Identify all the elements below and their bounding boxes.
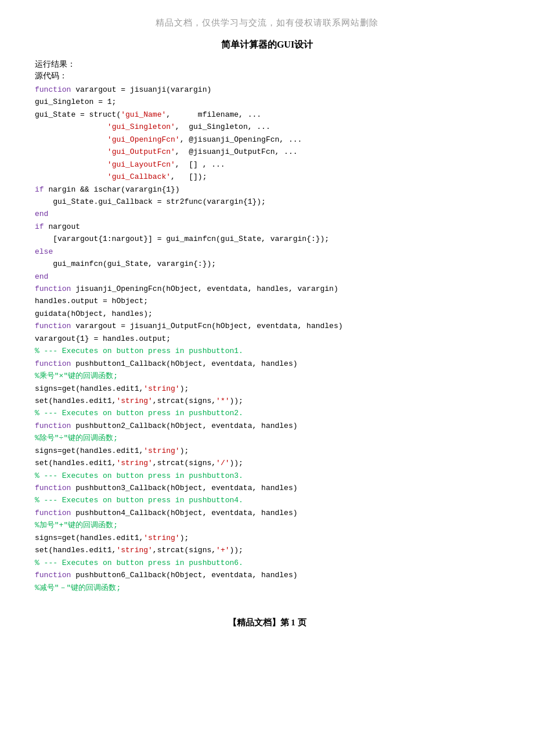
source-code-label: 源代码：	[35, 71, 499, 81]
watermark: 精品文档，仅供学习与交流，如有侵权请联系网站删除	[35, 17, 499, 28]
code-block: function varargout = jisuanji(varargin) …	[35, 84, 499, 594]
page-footer: 【精品文档】第 1 页	[35, 617, 499, 628]
run-result-label: 运行结果：	[35, 59, 499, 70]
doc-title: 简单计算器的GUI设计	[35, 39, 499, 51]
